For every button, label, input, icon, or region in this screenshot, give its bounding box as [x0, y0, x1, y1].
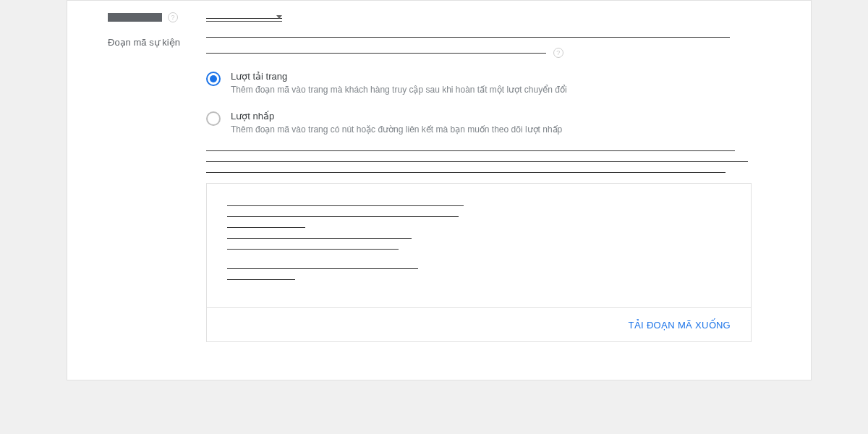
- select-dropdown[interactable]: [206, 12, 282, 22]
- code-snippet-content: [207, 184, 751, 307]
- radio-title: Lượt nhấp: [231, 111, 562, 122]
- download-code-button[interactable]: TẢI ĐOẠN MÃ XUỐNG: [629, 320, 731, 331]
- code-snippet-footer: TẢI ĐOẠN MÃ XUỐNG: [207, 307, 751, 341]
- radio-text-page-load: Lượt tải trang Thêm đoạn mã vào trang mà…: [231, 71, 567, 96]
- intro-text-redacted: ?: [206, 37, 752, 58]
- event-code-label: Đoạn mã sự kiện: [108, 37, 180, 49]
- redacted-field-row: ?: [108, 12, 752, 22]
- chevron-down-icon: [276, 15, 282, 19]
- redacted-field-content: [200, 12, 752, 22]
- radio-option-click[interactable]: Lượt nhấp Thêm đoạn mã vào trang có nút …: [206, 111, 752, 136]
- redacted-field-label-col: ?: [108, 12, 200, 22]
- select-row: [206, 12, 752, 22]
- radio-button-page-load[interactable]: [206, 72, 221, 86]
- radio-button-click[interactable]: [206, 111, 221, 126]
- radio-group: Lượt tải trang Thêm đoạn mã vào trang mà…: [206, 71, 752, 136]
- help-icon[interactable]: ?: [168, 12, 178, 22]
- footer-text-redacted: [206, 150, 752, 173]
- radio-option-page-load[interactable]: Lượt tải trang Thêm đoạn mã vào trang mà…: [206, 71, 752, 96]
- form-area: ? Đoạn mã sự kiện: [67, 1, 811, 380]
- radio-text-click: Lượt nhấp Thêm đoạn mã vào trang có nút …: [231, 111, 562, 136]
- event-code-content: ? Lượt tải trang Thêm đoạn mã vào trang …: [200, 37, 752, 342]
- redacted-field-label: [108, 13, 162, 22]
- event-code-row: Đoạn mã sự kiện ? Lượt tải trang T: [108, 37, 752, 342]
- radio-desc: Thêm đoạn mã vào trang có nút hoặc đường…: [231, 124, 562, 136]
- settings-panel: ? Đoạn mã sự kiện: [67, 0, 812, 380]
- radio-title: Lượt tải trang: [231, 71, 567, 82]
- radio-desc: Thêm đoạn mã vào trang mà khách hàng tru…: [231, 84, 567, 96]
- help-icon[interactable]: ?: [553, 48, 563, 58]
- code-snippet-box: TẢI ĐOẠN MÃ XUỐNG: [206, 183, 752, 342]
- select-value-redacted: [206, 18, 282, 19]
- event-code-label-col: Đoạn mã sự kiện: [108, 37, 200, 49]
